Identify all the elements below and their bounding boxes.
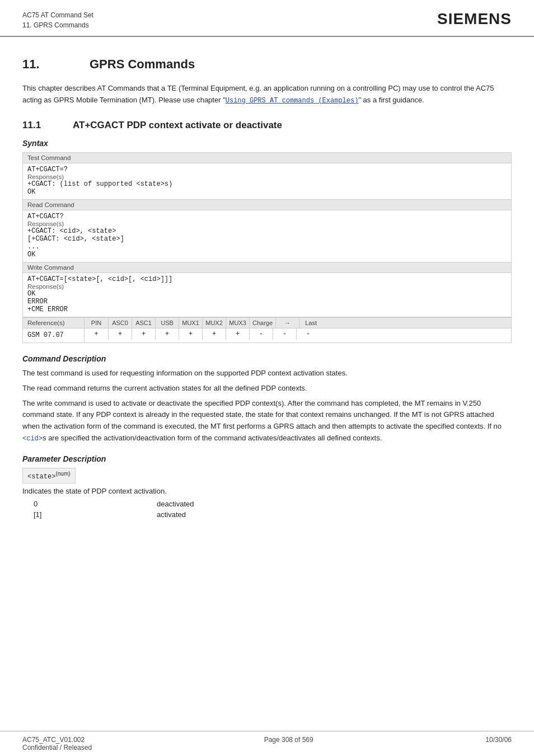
write-command-cell: Write Command AT+CGACT=[<state>[, <cid>[… — [23, 262, 512, 317]
read-response-label: Response(s) — [27, 220, 507, 227]
test-response-body: +CGACT: (list of supported <state>s)OK — [27, 180, 507, 196]
read-command-header: Read Command — [23, 200, 511, 210]
command-table: Test Command AT+CGACT=? Response(s) +CGA… — [22, 152, 512, 343]
write-response-label: Response(s) — [27, 283, 507, 290]
param-key-0: 0 — [34, 500, 157, 508]
test-command-header: Test Command — [23, 153, 511, 163]
param-value-0: 0 deactivated — [34, 500, 512, 508]
header-line2: 11. GPRS Commands — [22, 20, 93, 30]
grid-val-usb: + — [155, 328, 179, 340]
param-desc-heading: Parameter Description — [22, 454, 512, 463]
brand-logo: SIEMENS — [437, 10, 512, 28]
chapter-title: GPRS Commands — [90, 57, 195, 72]
test-command-cell: Test Command AT+CGACT=? Response(s) +CGA… — [23, 152, 512, 200]
param-desc-1: activated — [157, 510, 186, 519]
param-key-1: [1] — [34, 510, 157, 519]
grid-header-last: Last — [299, 318, 322, 328]
page-footer: AC75_ATC_V01.002 Confidential / Released… — [0, 731, 534, 756]
param-state-desc: Indicates the state of PDP context activ… — [22, 487, 512, 495]
test-response-label: Response(s) — [27, 173, 507, 180]
reference-cell: Reference(s) GSM 07.07 PIN ASC0 ASC1 — [23, 317, 512, 343]
read-command-row: Read Command AT+CGACT? Response(s) +CGAC… — [23, 200, 512, 262]
page-content: 11. GPRS Commands This chapter describes… — [0, 37, 534, 538]
write-command-text: AT+CGACT=[<state>[, <cid>[, <cid>]]] — [27, 275, 507, 283]
cmd-desc-heading: Command Description — [22, 354, 512, 363]
footer-page: Page 308 of 569 — [264, 736, 313, 752]
write-response-body: OKERROR+CME ERROR — [27, 290, 507, 313]
grid-val-mux1: + — [179, 328, 202, 340]
header-left: AC75 AT Command Set 11. GPRS Commands — [22, 10, 93, 30]
test-command-body: AT+CGACT=? Response(s) +CGACT: (list of … — [23, 163, 511, 200]
write-command-header: Write Command — [23, 262, 511, 273]
reference-row: Reference(s) GSM 07.07 PIN ASC0 ASC1 — [23, 317, 512, 343]
ref-header: Reference(s) — [23, 318, 84, 328]
grid-val-pin: + — [85, 328, 108, 340]
cmd-desc-para3: The write command is used to activate or… — [22, 398, 512, 445]
cmd-desc-para2: The read command returns the current act… — [22, 383, 512, 395]
read-command-body: AT+CGACT? Response(s) +CGACT: <cid>, <st… — [23, 210, 511, 262]
ref-container: Reference(s) GSM 07.07 PIN ASC0 ASC1 — [23, 317, 511, 342]
ref-grid-values: + + + + + + + - - - — [85, 328, 511, 340]
param-state-values: 0 deactivated [1] activated — [34, 500, 512, 519]
intro-text2: " as a first guidance. — [358, 96, 424, 104]
grid-header-mux1: MUX1 — [179, 318, 202, 328]
read-command-cell: Read Command AT+CGACT? Response(s) +CGAC… — [23, 200, 512, 262]
param-state-box: <state>(num) — [22, 468, 76, 483]
cmd-desc-para1: The test command is used for requesting … — [22, 368, 512, 379]
ref-left: Reference(s) GSM 07.07 — [23, 318, 85, 342]
write-command-body: AT+CGACT=[<state>[, <cid>[, <cid>]]] Res… — [23, 273, 511, 317]
grid-val-mux2: + — [202, 328, 226, 340]
grid-header-mux3: MUX3 — [226, 318, 249, 328]
param-desc-0: deactivated — [157, 500, 194, 508]
chapter-number: 11. — [22, 57, 62, 72]
ref-grid-headers: PIN ASC0 ASC1 USB MUX1 MUX2 MUX3 Charge … — [85, 318, 511, 328]
footer-left: AC75_ATC_V01.002 Confidential / Released — [22, 736, 92, 752]
intro-text: This chapter describes AT Commands that … — [22, 83, 512, 106]
grid-val-last: - — [296, 328, 320, 340]
param-value-1: [1] activated — [34, 510, 512, 519]
page-header: AC75 AT Command Set 11. GPRS Commands SI… — [0, 0, 534, 37]
footer-date: 10/30/06 — [485, 736, 512, 752]
footer-doc-id: AC75_ATC_V01.002 — [22, 736, 92, 744]
grid-header-pin: PIN — [85, 318, 108, 328]
syntax-label: Syntax — [22, 139, 512, 148]
grid-header-asc1: ASC1 — [132, 318, 155, 328]
grid-header-mux2: MUX2 — [202, 318, 226, 328]
section-heading: 11.1 AT+CGACT PDP context activate or de… — [22, 120, 512, 131]
chapter-heading: 11. GPRS Commands — [22, 57, 512, 72]
grid-header-asc0: ASC0 — [108, 318, 132, 328]
grid-val-arrow: - — [273, 328, 296, 340]
test-command-row: Test Command AT+CGACT=? Response(s) +CGA… — [23, 152, 512, 200]
grid-val-charge: - — [249, 328, 273, 340]
intro-link[interactable]: Using GPRS AT commands (Examples) — [226, 97, 359, 105]
section-title: AT+CGACT PDP context activate or deactiv… — [73, 120, 282, 131]
write-command-row: Write Command AT+CGACT=[<state>[, <cid>[… — [23, 262, 512, 317]
ref-value: GSM 07.07 — [23, 328, 84, 342]
read-command-text: AT+CGACT? — [27, 213, 507, 220]
grid-val-asc1: + — [132, 328, 155, 340]
grid-header-charge: Charge — [249, 318, 275, 328]
footer-confidential: Confidential / Released — [22, 744, 92, 752]
header-line1: AC75 AT Command Set — [22, 10, 93, 20]
test-command-text: AT+CGACT=? — [27, 166, 507, 173]
ref-gsm: GSM 07.07 — [27, 331, 64, 339]
grid-val-asc0: + — [108, 328, 132, 340]
section-number: 11.1 — [22, 120, 56, 131]
grid-header-usb: USB — [155, 318, 179, 328]
read-response-body: +CGACT: <cid>, <state>[+CGACT: <cid>, <s… — [27, 227, 507, 259]
ref-grid: PIN ASC0 ASC1 USB MUX1 MUX2 MUX3 Charge … — [85, 318, 511, 342]
grid-header-arrow: → — [275, 318, 299, 328]
grid-val-mux3: + — [226, 328, 249, 340]
